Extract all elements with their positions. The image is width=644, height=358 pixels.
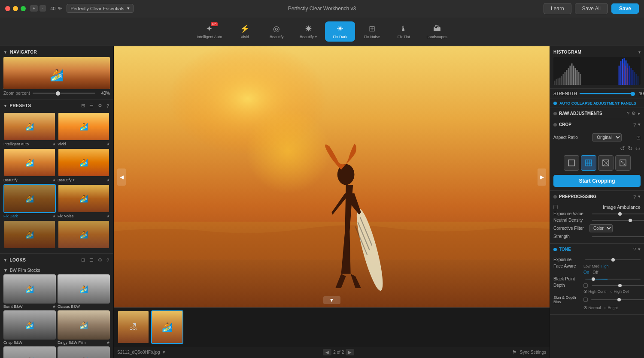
preset-thumb-8: 🏄: [58, 220, 110, 249]
save-button[interactable]: Save: [611, 3, 639, 14]
rotate-ccw-button[interactable]: ↺: [620, 145, 625, 152]
grid-view-icon[interactable]: ⊞: [80, 102, 86, 109]
tool-beautify[interactable]: ◎ Beautify: [261, 21, 292, 42]
preprocessing-header[interactable]: PREPROCESSING ? ▾: [550, 191, 644, 202]
corrective-filter-select[interactable]: Color: [589, 224, 613, 232]
exposure-slider[interactable]: [585, 259, 641, 260]
next-image-button[interactable]: ▶: [346, 349, 354, 355]
film-thumb-2[interactable]: 🏄: [151, 310, 183, 344]
depth-checkbox[interactable]: [583, 283, 588, 288]
skin-depth-slider[interactable]: [591, 299, 644, 300]
pp-strength-slider[interactable]: [592, 236, 644, 237]
tool-vivid[interactable]: ⚡ Vivid: [230, 21, 260, 42]
prev-image-button[interactable]: ◀: [323, 349, 331, 355]
sync-settings-button[interactable]: Sync Settings: [520, 350, 546, 355]
zoom-value: 40: [50, 6, 55, 11]
black-point-slider[interactable]: [585, 279, 641, 280]
crop-header[interactable]: CROP ? ▾: [550, 119, 644, 130]
grid-diagonal-button[interactable]: [598, 155, 614, 171]
raw-collapse-icon[interactable]: ▸: [638, 111, 641, 116]
looks-help-icon[interactable]: ?: [106, 257, 110, 264]
look-crisp-bw[interactable]: 🏄 Crisp B&W: [3, 310, 56, 345]
looks-settings-icon[interactable]: ⚙: [97, 256, 103, 264]
save-all-button[interactable]: Save All: [575, 3, 608, 14]
look-partial-1[interactable]: 🏄: [3, 346, 56, 358]
zoom-slider[interactable]: [33, 93, 95, 94]
preset-item-8[interactable]: 🏄: [58, 220, 110, 250]
bottom-left: S2112_dQ5o0HFb.jpg ▾: [117, 349, 165, 355]
strength-label: STRENGTH: [553, 91, 577, 96]
histogram-collapse-icon[interactable]: ▾: [638, 50, 641, 54]
settings-icon[interactable]: ⚙: [97, 102, 103, 109]
minimize-button[interactable]: [13, 6, 18, 11]
looks-toggle[interactable]: ▼: [3, 258, 7, 262]
grid-3x3-button[interactable]: [581, 155, 596, 171]
grid-dots-button[interactable]: [615, 155, 631, 171]
preset-selector[interactable]: Perfectly Clear Essentials ▾: [67, 4, 133, 13]
grid-none-button[interactable]: [564, 155, 579, 171]
film-thumb-1[interactable]: 🏖: [117, 310, 149, 344]
on-label[interactable]: On: [583, 270, 589, 275]
rotate-cw-button[interactable]: ↻: [628, 145, 633, 152]
presets-toggle[interactable]: ▼: [3, 104, 7, 108]
preset-item-fix-dark[interactable]: 🏄 Fix Dark ★: [3, 184, 56, 218]
face-aware-radio-group: Low Med High: [583, 264, 609, 268]
help-icon[interactable]: ?: [106, 102, 110, 109]
flip-button[interactable]: ⇔: [635, 145, 641, 152]
looks-grid-icon[interactable]: ⊞: [80, 256, 86, 264]
close-button[interactable]: [5, 6, 10, 11]
list-view-icon[interactable]: ☰: [88, 102, 94, 109]
tone-header[interactable]: TONE ? ▾: [550, 244, 644, 255]
tool-landscapes[interactable]: 🏔 Landscapes: [420, 22, 453, 42]
crop-collapse-icon[interactable]: ▾: [638, 122, 641, 127]
crop-help-icon[interactable]: ?: [633, 122, 636, 127]
neutral-density-slider[interactable]: [592, 220, 644, 221]
tone-collapse-icon[interactable]: ▾: [638, 247, 641, 252]
black-point-row: Black Point 12: [553, 277, 641, 281]
preset-item-vivid[interactable]: 🏄 Vivid ★: [58, 112, 110, 146]
tool-fix-tint[interactable]: 🌡 Fix Tint: [389, 22, 419, 42]
canvas-nav-left[interactable]: ◀: [117, 168, 126, 186]
skin-depth-checkbox[interactable]: [583, 298, 588, 302]
look-classic-bw[interactable]: 🏄 Classic B&W: [58, 274, 110, 309]
raw-settings-icon[interactable]: ⚙: [632, 111, 636, 116]
dropdown-arrow[interactable]: ▾: [163, 349, 165, 355]
flag-icon[interactable]: ⚑: [512, 349, 516, 355]
image-ambulance-checkbox[interactable]: [553, 205, 558, 209]
exposure-value-slider[interactable]: [592, 214, 644, 214]
preset-item-7[interactable]: 🏄: [3, 220, 56, 250]
preset-item-beautify[interactable]: 🏄 Beautify ★: [3, 148, 56, 182]
navigator-toggle[interactable]: ▼: [3, 50, 7, 54]
learn-button[interactable]: Learn: [544, 3, 571, 14]
svg-rect-12: [561, 76, 562, 85]
off-label[interactable]: Off: [592, 270, 598, 275]
preset-item-beautify-plus[interactable]: 🏄 Beautify + ★: [58, 148, 110, 182]
look-dingy-bwfilm[interactable]: 🏄 Dingy B&W Film ★: [58, 310, 110, 345]
raw-adjustments-header[interactable]: RAW ADJUSTMENTS ? ⚙ ▸: [550, 108, 644, 119]
tool-fix-dark[interactable]: ☀ Fix Dark: [325, 21, 355, 42]
tab-new[interactable]: +: [30, 5, 38, 12]
strength-slider[interactable]: [580, 93, 635, 94]
preset-item-intelligent-auto[interactable]: 🏄 Intelligent Auto ★: [3, 112, 56, 146]
look-burnt-bw[interactable]: 🏄 Burnt B&W ★: [3, 274, 56, 309]
raw-help-icon[interactable]: ?: [627, 111, 629, 116]
start-cropping-button[interactable]: Start Cropping: [553, 175, 641, 187]
canvas-nav-right[interactable]: ▶: [538, 168, 546, 186]
intelligent-auto-icon: ✦HD: [206, 24, 213, 33]
bw-film-category[interactable]: ▼ BW Film Stocks: [0, 266, 113, 274]
aspect-select[interactable]: Original: [592, 133, 622, 141]
maximize-button[interactable]: [21, 6, 26, 11]
tool-intelligent-auto[interactable]: ✦HD Intelligent Auto: [191, 21, 228, 42]
tab-minus[interactable]: -: [39, 5, 46, 12]
looks-list-icon[interactable]: ☰: [88, 256, 94, 264]
preset-item-fix-noise[interactable]: 🏄 Fix Noise ★: [58, 184, 110, 218]
preprocessing-help-icon[interactable]: ?: [633, 194, 636, 199]
preprocessing-collapse-icon[interactable]: ▾: [638, 194, 641, 199]
canvas-nav-bottom[interactable]: ▼: [323, 296, 340, 304]
look-partial-2[interactable]: 🏄: [58, 346, 110, 358]
tool-beautify-plus[interactable]: ❋ Beautify +: [293, 21, 323, 42]
crop-expand-icon[interactable]: ⊡: [636, 135, 641, 141]
tool-fix-noise[interactable]: ⊞ Fix Noise: [357, 21, 387, 42]
tone-help-icon[interactable]: ?: [633, 247, 636, 252]
depth-slider[interactable]: [592, 285, 644, 286]
